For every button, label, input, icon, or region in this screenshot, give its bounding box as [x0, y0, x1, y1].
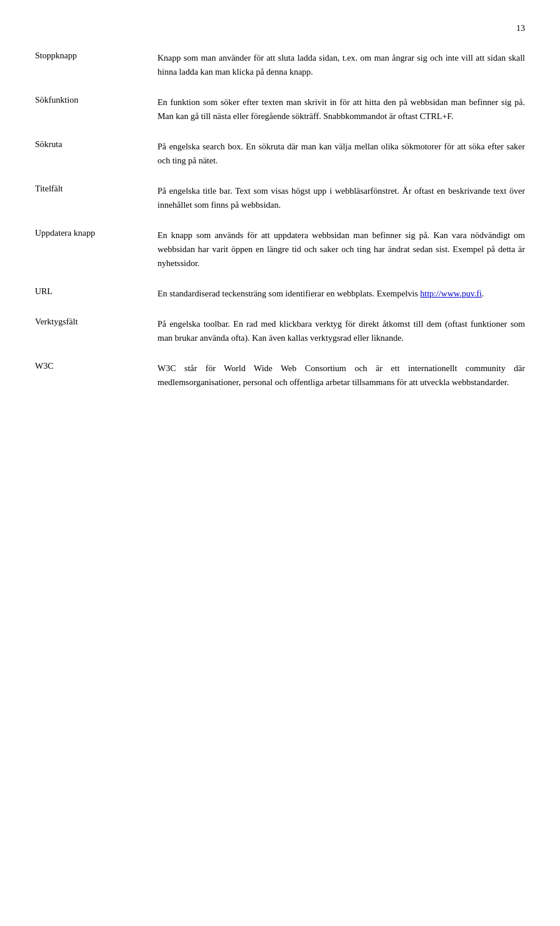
glossary-term: Titelfält [35, 184, 158, 228]
glossary-term: Sökfunktion [35, 95, 158, 139]
glossary-definition: Knapp som man använder för att sluta lad… [158, 51, 525, 95]
glossary-term: Verktygsfält [35, 317, 158, 361]
glossary-definition: På engelska search box. En sökruta där m… [158, 139, 525, 184]
glossary-definition: En standardiserad teckensträng som ident… [158, 286, 525, 317]
url-link[interactable]: http://www.puv.fi [420, 289, 482, 298]
glossary-term: Stoppknapp [35, 51, 158, 95]
glossary-definition: På engelska toolbar. En rad med klickbar… [158, 317, 525, 361]
glossary-definition: En knapp som används för att uppdatera w… [158, 228, 525, 286]
table-row: URLEn standardiserad teckensträng som id… [35, 286, 525, 317]
glossary-term: Sökruta [35, 139, 158, 184]
glossary-table: StoppknappKnapp som man använder för att… [35, 51, 525, 406]
glossary-term: W3C [35, 361, 158, 406]
glossary-definition: En funktion som söker efter texten man s… [158, 95, 525, 139]
glossary-definition: W3C står för World Wide Web Consortium o… [158, 361, 525, 406]
table-row: SökfunktionEn funktion som söker efter t… [35, 95, 525, 139]
table-row: W3CW3C står för World Wide Web Consortiu… [35, 361, 525, 406]
glossary-definition: På engelska title bar. Text som visas hö… [158, 184, 525, 228]
table-row: VerktygsfältPå engelska toolbar. En rad … [35, 317, 525, 361]
table-row: SökrutaPå engelska search box. En sökrut… [35, 139, 525, 184]
table-row: TitelfältPå engelska title bar. Text som… [35, 184, 525, 228]
glossary-term: URL [35, 286, 158, 317]
glossary-term: Uppdatera knapp [35, 228, 158, 286]
page-number: 13 [35, 23, 525, 33]
table-row: Uppdatera knappEn knapp som används för … [35, 228, 525, 286]
table-row: StoppknappKnapp som man använder för att… [35, 51, 525, 95]
